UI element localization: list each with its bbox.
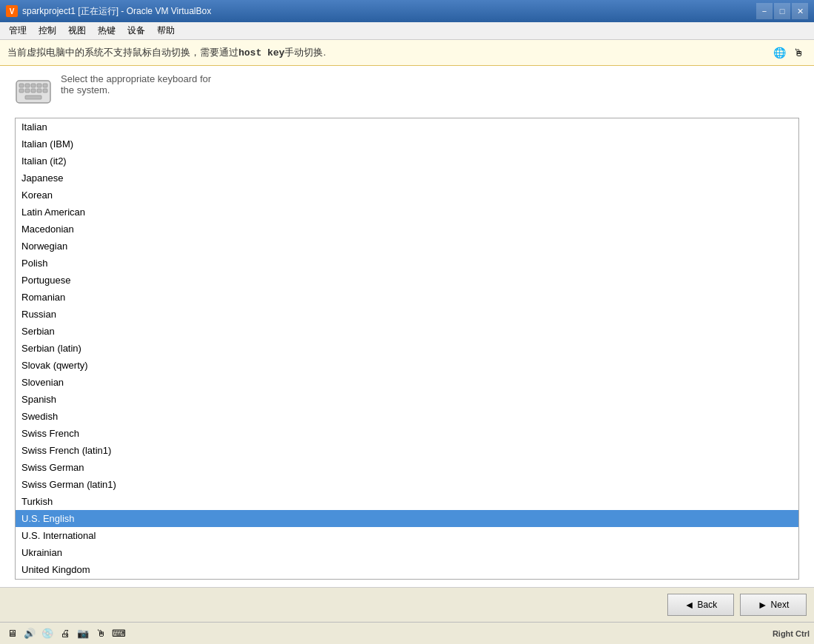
keyboard-list-item[interactable]: Swiss French xyxy=(16,425,798,442)
keyboard-list-item[interactable]: Korean xyxy=(16,187,798,204)
keyboard-list-item[interactable]: Serbian xyxy=(16,323,798,340)
svg-rect-1 xyxy=(19,84,24,87)
menu-control[interactable]: 控制 xyxy=(33,23,62,38)
minimize-button[interactable]: − xyxy=(756,3,773,19)
keyboard-list-container: ItalianItalian (IBM)Italian (it2)Japanes… xyxy=(15,118,799,580)
keyboard-list-item[interactable]: United Kingdom xyxy=(16,561,798,578)
next-arrow-icon: ► xyxy=(758,599,768,611)
keyboard-list-item[interactable]: Italian (IBM) xyxy=(16,135,798,152)
svg-rect-10 xyxy=(43,89,47,93)
keyboard-list-item[interactable]: Swiss French (latin1) xyxy=(16,442,798,459)
keyboard-list-item[interactable]: Italian (it2) xyxy=(16,152,798,170)
keyboard-list-item[interactable]: Slovak (qwerty) xyxy=(16,357,798,374)
menu-help[interactable]: 帮助 xyxy=(151,23,181,38)
svg-rect-6 xyxy=(19,89,24,93)
next-button[interactable]: ► Next xyxy=(740,594,807,616)
keyboard-list-item[interactable]: Italian xyxy=(16,118,798,135)
menu-hotkeys[interactable]: 热键 xyxy=(92,23,121,38)
statusbar-icon-5: 📷 xyxy=(76,626,90,641)
menu-devices[interactable]: 设备 xyxy=(121,23,151,38)
keyboard-list-item[interactable]: Ukrainian xyxy=(16,544,798,561)
svg-rect-11 xyxy=(25,95,41,99)
svg-rect-3 xyxy=(31,84,36,87)
statusbar-icon-6: 🖱 xyxy=(93,626,108,641)
notification-icons: 🌐 🖱 xyxy=(771,44,807,61)
keyboard-list-item[interactable]: Swiss German (latin1) xyxy=(16,476,798,493)
keyboard-list-item[interactable]: U.S. International xyxy=(16,527,798,544)
window-controls: − □ ✕ xyxy=(756,3,808,19)
wizard-header: Select the appropriate keyboard forthe s… xyxy=(15,73,799,110)
app-icon: V xyxy=(6,5,18,17)
menu-view[interactable]: 视图 xyxy=(62,23,92,38)
svg-rect-2 xyxy=(25,84,30,87)
statusbar-icon-4: 🖨 xyxy=(58,626,73,641)
statusbar-icon-2: 🔊 xyxy=(22,626,37,641)
menu-manage[interactable]: 管理 xyxy=(3,23,33,38)
keyboard-list-item[interactable]: Swiss German xyxy=(16,459,798,476)
statusbar-icon-7: ⌨ xyxy=(111,626,126,641)
keyboard-list-item[interactable]: Russian xyxy=(16,306,798,323)
statusbar: 🖥 🔊 💿 🖨 📷 🖱 ⌨ Right Ctrl xyxy=(0,622,814,644)
notification-icon-globe[interactable]: 🌐 xyxy=(771,44,787,61)
keyboard-list-item[interactable]: Portuguese xyxy=(16,272,798,289)
back-button[interactable]: ◄ Back xyxy=(667,594,734,616)
keyboard-list-item[interactable]: Latin American xyxy=(16,204,798,221)
notification-bar: 当前虚拟电脑中的系统不支持鼠标自动切换，需要通过host key手动切换. 🌐 … xyxy=(0,40,814,66)
close-button[interactable]: ✕ xyxy=(792,3,808,19)
keyboard-list-item[interactable]: Romanian xyxy=(16,289,798,306)
keyboard-list-item[interactable]: Polish xyxy=(16,255,798,272)
back-arrow-icon: ◄ xyxy=(684,599,695,611)
keyboard-list-item[interactable]: Slovenian xyxy=(16,374,798,391)
keyboard-list-item[interactable]: Norwegian xyxy=(16,238,798,255)
svg-rect-8 xyxy=(31,89,36,93)
keyboard-icon xyxy=(15,73,52,110)
notification-icon-mouse[interactable]: 🖱 xyxy=(790,44,807,61)
titlebar: V sparkproject1 [正在运行] - Oracle VM Virtu… xyxy=(0,0,814,22)
right-ctrl-label: Right Ctrl xyxy=(773,629,810,638)
keyboard-list-item[interactable]: Japanese xyxy=(16,170,798,187)
window-title: sparkproject1 [正在运行] - Oracle VM Virtual… xyxy=(22,5,752,18)
svg-rect-7 xyxy=(25,89,30,93)
keyboard-list-item[interactable]: Turkish xyxy=(16,493,798,510)
statusbar-icon-3: 💿 xyxy=(40,626,55,641)
restore-button[interactable]: □ xyxy=(774,3,790,19)
wizard-description: Select the appropriate keyboard forthe s… xyxy=(61,73,211,95)
menubar: 管理 控制 视图 热键 设备 帮助 xyxy=(0,22,814,40)
notification-text: 当前虚拟电脑中的系统不支持鼠标自动切换，需要通过host key手动切换. xyxy=(7,46,771,59)
svg-rect-4 xyxy=(37,84,41,87)
statusbar-icon-1: 🖥 xyxy=(4,626,19,641)
keyboard-list-item[interactable]: Spanish xyxy=(16,391,798,408)
keyboard-list-item[interactable]: Swedish xyxy=(16,408,798,425)
bottom-bar: ◄ Back ► Next xyxy=(0,587,814,622)
keyboard-list[interactable]: ItalianItalian (IBM)Italian (it2)Japanes… xyxy=(16,118,798,579)
keyboard-list-item[interactable]: Macedonian xyxy=(16,221,798,238)
svg-rect-9 xyxy=(37,89,41,93)
keyboard-list-item[interactable]: Serbian (latin) xyxy=(16,340,798,357)
main-content: Select the appropriate keyboard forthe s… xyxy=(0,66,814,587)
keyboard-list-item[interactable]: U.S. English xyxy=(16,510,798,527)
svg-rect-5 xyxy=(43,84,47,87)
